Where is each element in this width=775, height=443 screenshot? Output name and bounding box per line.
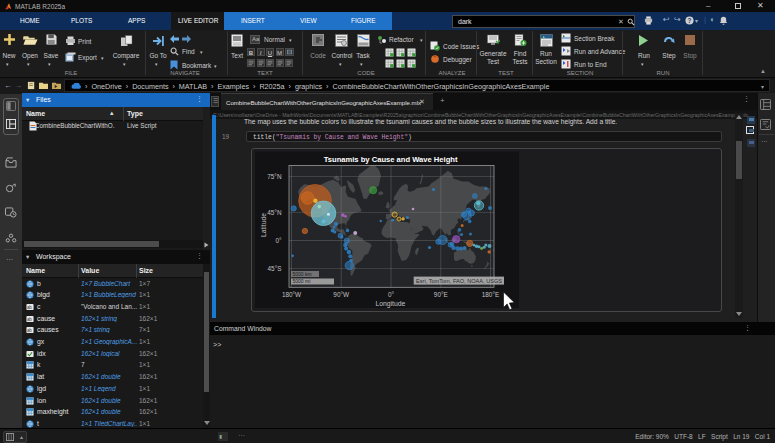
svg-text:90°E: 90°E [434, 291, 448, 298]
svg-text:Esri, TomTom, FAO, NOAA, USGS: Esri, TomTom, FAO, NOAA, USGS [416, 278, 502, 284]
svg-text:45°S: 45°S [268, 265, 282, 272]
svg-text:45°N: 45°N [267, 209, 282, 216]
svg-text:0°: 0° [388, 291, 395, 298]
svg-text:Longitude: Longitude [375, 300, 405, 308]
svg-text:Latitude: Latitude [260, 213, 267, 237]
svg-text:5000 km: 5000 km [293, 271, 312, 277]
svg-text:5000 mi: 5000 mi [293, 278, 311, 284]
svg-text:ab: ab [27, 305, 32, 310]
svg-text:ab: ab [27, 316, 32, 321]
svg-text:0°: 0° [275, 237, 282, 244]
svg-text:Tsunamis by Cause and Wave Hei: Tsunamis by Cause and Wave Height [324, 155, 458, 164]
svg-text:180°E: 180°E [482, 291, 499, 298]
svg-text:180°W: 180°W [282, 291, 302, 298]
svg-text:90°W: 90°W [333, 291, 350, 298]
svg-text:ab: ab [27, 328, 32, 333]
svg-text:75°N: 75°N [267, 173, 282, 180]
svg-text:?: ? [688, 17, 692, 24]
